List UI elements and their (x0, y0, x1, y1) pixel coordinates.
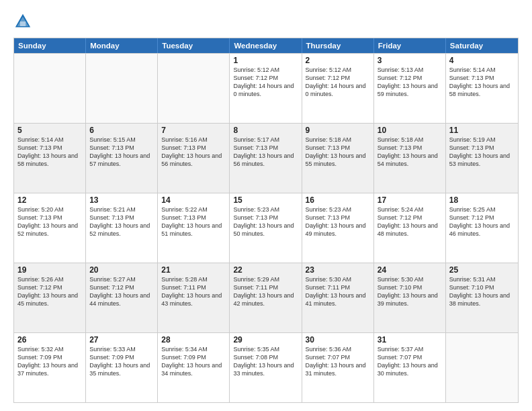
header (13, 12, 519, 31)
calendar-cell: 30Sunrise: 5:36 AMSunset: 7:07 PMDayligh… (302, 333, 374, 402)
calendar-row-4: 19Sunrise: 5:26 AMSunset: 7:12 PMDayligh… (14, 263, 518, 332)
day-number: 16 (306, 195, 370, 205)
calendar-cell: 19Sunrise: 5:26 AMSunset: 7:12 PMDayligh… (14, 263, 86, 332)
calendar-cell: 6Sunrise: 5:15 AMSunset: 7:13 PMDaylight… (86, 124, 158, 193)
calendar-cell: 10Sunrise: 5:18 AMSunset: 7:13 PMDayligh… (374, 124, 446, 193)
day-number: 27 (89, 335, 154, 345)
day-number: 10 (378, 126, 442, 135)
day-number: 9 (306, 126, 370, 135)
weekday-header-wednesday: Wednesday (230, 38, 302, 53)
calendar-cell (86, 54, 158, 123)
calendar-cell: 17Sunrise: 5:24 AMSunset: 7:12 PMDayligh… (374, 193, 446, 263)
day-number: 5 (17, 126, 82, 135)
svg-rect-2 (20, 21, 26, 26)
calendar-cell: 25Sunrise: 5:31 AMSunset: 7:10 PMDayligh… (446, 263, 518, 332)
cell-details: Sunrise: 5:18 AMSunset: 7:13 PMDaylight:… (306, 136, 370, 169)
calendar-header: SundayMondayTuesdayWednesdayThursdayFrid… (14, 38, 518, 53)
cell-details: Sunrise: 5:26 AMSunset: 7:12 PMDaylight:… (17, 275, 82, 308)
cell-details: Sunrise: 5:27 AMSunset: 7:12 PMDaylight:… (89, 275, 154, 308)
calendar-cell: 9Sunrise: 5:18 AMSunset: 7:13 PMDaylight… (302, 124, 374, 193)
cell-details: Sunrise: 5:13 AMSunset: 7:12 PMDaylight:… (378, 66, 442, 99)
calendar-cell: 16Sunrise: 5:23 AMSunset: 7:13 PMDayligh… (302, 193, 374, 263)
cell-details: Sunrise: 5:35 AMSunset: 7:08 PMDaylight:… (233, 345, 298, 378)
calendar-cell: 3Sunrise: 5:13 AMSunset: 7:12 PMDaylight… (374, 54, 446, 123)
calendar-cell: 28Sunrise: 5:34 AMSunset: 7:09 PMDayligh… (158, 333, 230, 402)
cell-details: Sunrise: 5:30 AMSunset: 7:10 PMDaylight:… (378, 275, 442, 308)
calendar: SundayMondayTuesdayWednesdayThursdayFrid… (13, 38, 519, 403)
calendar-cell (158, 54, 230, 123)
cell-details: Sunrise: 5:23 AMSunset: 7:13 PMDaylight:… (306, 205, 370, 238)
day-number: 20 (89, 265, 154, 275)
weekday-header-friday: Friday (374, 38, 446, 53)
logo (13, 12, 35, 31)
cell-details: Sunrise: 5:20 AMSunset: 7:13 PMDaylight:… (17, 205, 82, 238)
day-number: 14 (161, 195, 226, 205)
cell-details: Sunrise: 5:12 AMSunset: 7:12 PMDaylight:… (306, 66, 370, 99)
day-number: 30 (306, 335, 370, 345)
calendar-cell: 23Sunrise: 5:30 AMSunset: 7:11 PMDayligh… (302, 263, 374, 332)
calendar-row-1: 1Sunrise: 5:12 AMSunset: 7:12 PMDaylight… (14, 53, 518, 123)
cell-details: Sunrise: 5:30 AMSunset: 7:11 PMDaylight:… (306, 275, 370, 308)
calendar-cell: 31Sunrise: 5:37 AMSunset: 7:07 PMDayligh… (374, 333, 446, 402)
calendar-cell: 11Sunrise: 5:19 AMSunset: 7:13 PMDayligh… (446, 124, 518, 193)
calendar-cell: 7Sunrise: 5:16 AMSunset: 7:13 PMDaylight… (158, 124, 230, 193)
cell-details: Sunrise: 5:12 AMSunset: 7:12 PMDaylight:… (233, 66, 298, 99)
page: SundayMondayTuesdayWednesdayThursdayFrid… (0, 0, 532, 411)
calendar-cell: 12Sunrise: 5:20 AMSunset: 7:13 PMDayligh… (14, 193, 86, 263)
cell-details: Sunrise: 5:25 AMSunset: 7:12 PMDaylight:… (449, 205, 515, 238)
cell-details: Sunrise: 5:29 AMSunset: 7:11 PMDaylight:… (233, 275, 298, 308)
day-number: 4 (449, 56, 515, 65)
calendar-cell: 26Sunrise: 5:32 AMSunset: 7:09 PMDayligh… (14, 333, 86, 402)
day-number: 24 (378, 265, 442, 275)
weekday-header-sunday: Sunday (14, 38, 86, 53)
weekday-header-thursday: Thursday (302, 38, 374, 53)
calendar-cell: 21Sunrise: 5:28 AMSunset: 7:11 PMDayligh… (158, 263, 230, 332)
cell-details: Sunrise: 5:36 AMSunset: 7:07 PMDaylight:… (306, 345, 370, 378)
cell-details: Sunrise: 5:32 AMSunset: 7:09 PMDaylight:… (17, 345, 82, 378)
calendar-cell: 4Sunrise: 5:14 AMSunset: 7:13 PMDaylight… (446, 54, 518, 123)
cell-details: Sunrise: 5:14 AMSunset: 7:13 PMDaylight:… (17, 136, 82, 169)
calendar-cell: 14Sunrise: 5:22 AMSunset: 7:13 PMDayligh… (158, 193, 230, 263)
day-number: 1 (233, 56, 298, 65)
day-number: 23 (306, 265, 370, 275)
day-number: 3 (378, 56, 442, 65)
calendar-cell: 29Sunrise: 5:35 AMSunset: 7:08 PMDayligh… (230, 333, 302, 402)
day-number: 15 (233, 195, 298, 205)
cell-details: Sunrise: 5:34 AMSunset: 7:09 PMDaylight:… (161, 345, 226, 378)
weekday-header-saturday: Saturday (446, 38, 518, 53)
calendar-cell: 13Sunrise: 5:21 AMSunset: 7:13 PMDayligh… (86, 193, 158, 263)
calendar-row-2: 5Sunrise: 5:14 AMSunset: 7:13 PMDaylight… (14, 123, 518, 193)
day-number: 11 (449, 126, 515, 135)
cell-details: Sunrise: 5:28 AMSunset: 7:11 PMDaylight:… (161, 275, 226, 308)
calendar-cell: 22Sunrise: 5:29 AMSunset: 7:11 PMDayligh… (230, 263, 302, 332)
calendar-row-5: 26Sunrise: 5:32 AMSunset: 7:09 PMDayligh… (14, 332, 518, 402)
day-number: 7 (161, 126, 226, 135)
cell-details: Sunrise: 5:15 AMSunset: 7:13 PMDaylight:… (89, 136, 154, 169)
calendar-cell: 20Sunrise: 5:27 AMSunset: 7:12 PMDayligh… (86, 263, 158, 332)
calendar-body: 1Sunrise: 5:12 AMSunset: 7:12 PMDaylight… (14, 53, 518, 402)
calendar-cell (446, 333, 518, 402)
day-number: 25 (449, 265, 515, 275)
day-number: 31 (378, 335, 442, 345)
day-number: 6 (89, 126, 154, 135)
weekday-header-monday: Monday (86, 38, 158, 53)
day-number: 2 (306, 56, 370, 65)
calendar-cell: 24Sunrise: 5:30 AMSunset: 7:10 PMDayligh… (374, 263, 446, 332)
cell-details: Sunrise: 5:17 AMSunset: 7:13 PMDaylight:… (233, 136, 298, 169)
calendar-cell: 18Sunrise: 5:25 AMSunset: 7:12 PMDayligh… (446, 193, 518, 263)
day-number: 22 (233, 265, 298, 275)
cell-details: Sunrise: 5:24 AMSunset: 7:12 PMDaylight:… (378, 205, 442, 238)
cell-details: Sunrise: 5:14 AMSunset: 7:13 PMDaylight:… (449, 66, 515, 99)
day-number: 29 (233, 335, 298, 345)
cell-details: Sunrise: 5:33 AMSunset: 7:09 PMDaylight:… (89, 345, 154, 378)
calendar-cell: 8Sunrise: 5:17 AMSunset: 7:13 PMDaylight… (230, 124, 302, 193)
weekday-header-tuesday: Tuesday (158, 38, 230, 53)
cell-details: Sunrise: 5:18 AMSunset: 7:13 PMDaylight:… (378, 136, 442, 169)
calendar-cell: 5Sunrise: 5:14 AMSunset: 7:13 PMDaylight… (14, 124, 86, 193)
cell-details: Sunrise: 5:22 AMSunset: 7:13 PMDaylight:… (161, 205, 226, 238)
cell-details: Sunrise: 5:37 AMSunset: 7:07 PMDaylight:… (378, 345, 442, 378)
day-number: 12 (17, 195, 82, 205)
cell-details: Sunrise: 5:21 AMSunset: 7:13 PMDaylight:… (89, 205, 154, 238)
day-number: 8 (233, 126, 298, 135)
day-number: 21 (161, 265, 226, 275)
